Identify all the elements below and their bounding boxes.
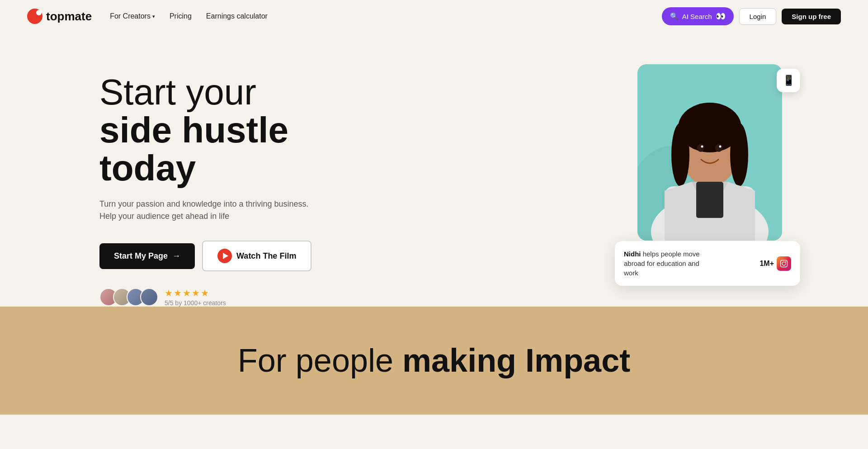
svg-point-7 (671, 123, 689, 186)
avatar (140, 288, 158, 306)
svg-point-9 (697, 144, 704, 152)
bottom-section: For people making Impact (0, 307, 868, 415)
hero-section: Start your side hustle today Turn your p… (0, 33, 868, 307)
hero-left: Start your side hustle today Turn your p… (99, 60, 311, 307)
hero-right: 📱 Nidhi helps people move abroad for edu… (615, 60, 805, 295)
phone-icon: 📱 (783, 75, 795, 86)
nav-link-creators[interactable]: For Creators ▾ (110, 12, 155, 20)
chevron-down-icon: ▾ (152, 14, 155, 19)
signup-button[interactable]: Sign up free (782, 9, 841, 24)
creator-info-card: Nidhi helps people move abroad for educa… (615, 241, 800, 286)
bottom-title: For people making Impact (238, 343, 630, 378)
instagram-icon (777, 256, 791, 271)
search-icon: 🔍 (670, 12, 679, 20)
creator-description: Nidhi helps people move abroad for educa… (624, 249, 714, 278)
rating-info: ★★★★★ 5/5 by 1000+ creators (165, 288, 226, 307)
hero-rating: ★★★★★ 5/5 by 1000+ creators (99, 288, 311, 307)
nav-link-earnings[interactable]: Earnings calculator (206, 12, 268, 20)
play-triangle (223, 253, 228, 259)
phone-badge: 📱 (777, 69, 800, 92)
svg-point-10 (715, 144, 722, 152)
arrow-right-icon: → (172, 251, 180, 261)
watch-film-button[interactable]: Watch The Film (202, 241, 311, 271)
logo[interactable]: topmate (27, 9, 92, 24)
ai-search-button[interactable]: 🔍 AI Search 👀 (662, 7, 734, 25)
nav-links: For Creators ▾ Pricing Earnings calculat… (110, 12, 268, 20)
logo-text: topmate (46, 9, 92, 24)
play-icon (217, 249, 232, 263)
creator-image (637, 64, 782, 241)
hero-subtitle: Turn your passion and knowledge into a t… (99, 198, 311, 222)
creator-stats: 1M+ (760, 256, 791, 271)
svg-point-15 (782, 262, 786, 265)
rating-text: 5/5 by 1000+ creators (165, 299, 226, 307)
svg-point-16 (785, 261, 786, 262)
svg-point-11 (701, 146, 703, 148)
navbar: topmate For Creators ▾ Pricing Earnings … (0, 0, 868, 33)
ai-eyes-icon: 👀 (716, 11, 726, 21)
creator-portrait (637, 64, 782, 241)
hero-buttons: Start My Page → Watch The Film (99, 241, 311, 271)
nav-right: 🔍 AI Search 👀 Login Sign up free (662, 7, 841, 25)
reviewer-avatars (99, 288, 158, 306)
start-my-page-button[interactable]: Start My Page → (99, 243, 195, 269)
logo-icon (27, 9, 42, 24)
svg-point-12 (719, 146, 722, 148)
hero-title: Start your side hustle today (99, 73, 311, 187)
svg-rect-13 (696, 182, 723, 218)
star-icons: ★★★★★ (165, 288, 226, 298)
login-button[interactable]: Login (739, 8, 777, 25)
follower-count: 1M+ (760, 260, 774, 268)
svg-point-8 (730, 123, 748, 186)
nav-left: topmate For Creators ▾ Pricing Earnings … (27, 9, 268, 24)
svg-rect-14 (781, 260, 788, 267)
nav-link-pricing[interactable]: Pricing (170, 12, 192, 20)
